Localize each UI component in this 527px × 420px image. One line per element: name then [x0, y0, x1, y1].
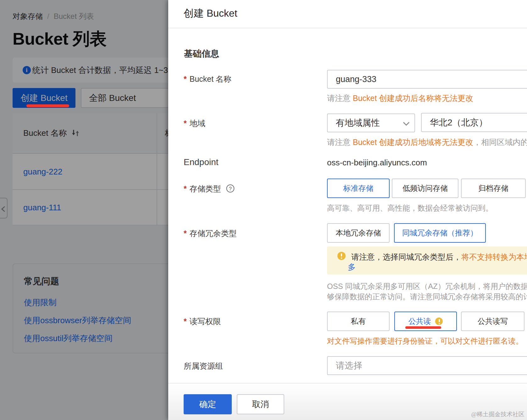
svg-text:?: ?	[229, 186, 232, 191]
